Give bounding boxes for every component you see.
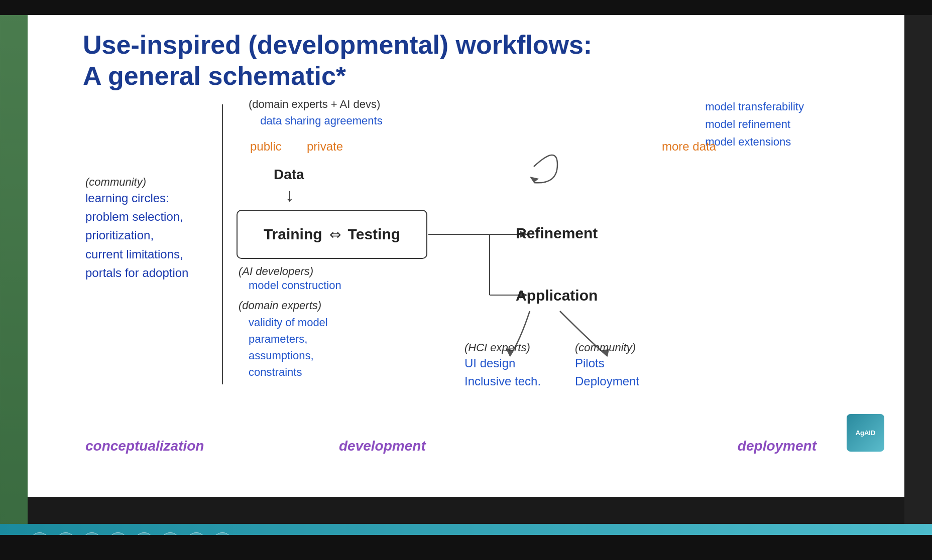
validity-text: validity of model xyxy=(249,314,328,331)
refinement-label: Refinement xyxy=(516,225,598,242)
community-items: learning circles: problem selection, pri… xyxy=(85,189,188,282)
domain-experts2-label: (domain experts) xyxy=(239,299,321,312)
private-label: private xyxy=(307,139,343,154)
data-label: Data xyxy=(274,167,304,183)
slide-title: Use-inspired (developmental) workflows: … xyxy=(83,29,736,92)
parameters-text: parameters, xyxy=(249,331,328,347)
left-strip xyxy=(0,15,28,535)
assumptions-text: assumptions, xyxy=(249,347,328,364)
application-label: Application xyxy=(516,287,598,304)
validity-section: validity of model parameters, assumption… xyxy=(249,314,328,380)
more-data-label: more data xyxy=(662,139,716,154)
training-testing-box: Training ⇔ Testing xyxy=(237,210,427,259)
community-right-items: Pilots Deployment xyxy=(575,354,639,390)
double-arrow-icon: ⇔ xyxy=(329,226,341,243)
model-construction: model construction xyxy=(249,279,341,292)
bottom-bar xyxy=(0,535,932,560)
domain-experts-header: (domain experts + AI devs) xyxy=(249,98,380,111)
title-line2: A general schematic* xyxy=(83,60,736,91)
conceptualization-label: conceptualization xyxy=(85,438,204,454)
data-sharing-text: data sharing agreements xyxy=(226,114,417,127)
development-label: development xyxy=(339,438,426,454)
hci-paren: (HCI experts) xyxy=(464,341,541,354)
model-transferability: model transferability xyxy=(705,98,804,115)
model-info: model transferability model refinement m… xyxy=(705,98,804,151)
ai-devs-label: (AI developers) xyxy=(239,265,313,278)
community-paren: (community) xyxy=(85,176,188,189)
agaid-logo: AgAID xyxy=(847,414,884,452)
svg-marker-7 xyxy=(530,177,539,183)
constraints-text: constraints xyxy=(249,364,328,380)
model-extensions: model extensions xyxy=(705,133,804,151)
community-right-paren: (community) xyxy=(575,341,639,354)
model-refinement: model refinement xyxy=(705,115,804,133)
title-line1: Use-inspired (developmental) workflows: xyxy=(83,29,736,60)
domain-experts-text: (domain experts + AI devs) xyxy=(249,98,380,111)
community-left-section: (community) learning circles: problem se… xyxy=(85,176,188,282)
public-label: public xyxy=(250,139,282,154)
data-arrow: ↓ xyxy=(285,185,294,206)
hci-section: (HCI experts) UI design Inclusive tech. xyxy=(464,341,541,390)
slide-content: Use-inspired (developmental) workflows: … xyxy=(28,15,904,497)
top-bar xyxy=(0,0,932,15)
hci-items: UI design Inclusive tech. xyxy=(464,354,541,390)
community-right-section: (community) Pilots Deployment xyxy=(575,341,639,390)
training-label: Training xyxy=(264,226,322,243)
right-strip xyxy=(904,15,932,535)
deployment-label: deployment xyxy=(738,438,817,454)
testing-label: Testing xyxy=(348,226,400,243)
